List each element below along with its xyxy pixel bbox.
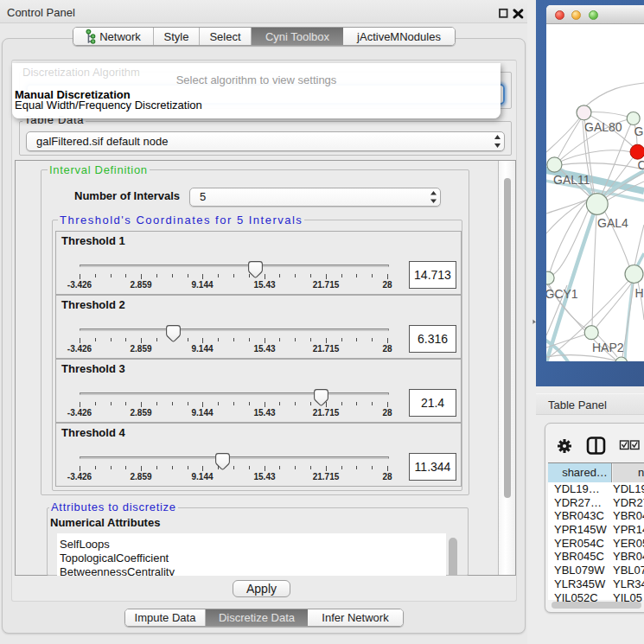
svg-text:GCY1: GCY1 <box>546 287 578 301</box>
svg-text:G.: G. <box>634 124 644 138</box>
svg-text:GAL80: GAL80 <box>584 120 622 134</box>
svg-text:GAL11: GAL11 <box>553 173 590 187</box>
svg-text:H: H <box>635 286 644 300</box>
svg-text:C: C <box>638 158 644 172</box>
svg-text:GAL4: GAL4 <box>597 216 628 230</box>
svg-text:HAP2: HAP2 <box>592 341 624 354</box>
